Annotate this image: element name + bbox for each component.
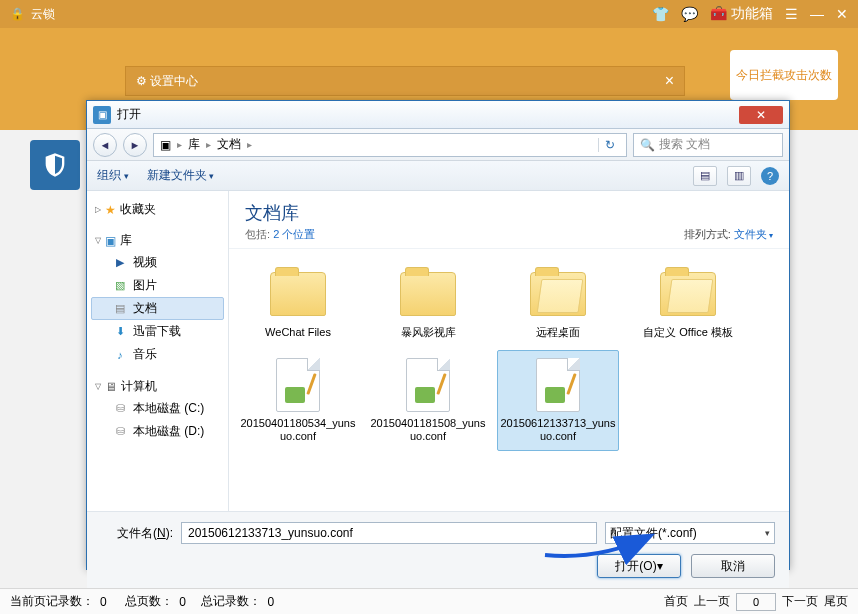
- breadcrumb-current[interactable]: 文档: [217, 136, 241, 153]
- new-folder-button[interactable]: 新建文件夹: [147, 167, 215, 184]
- refresh-button[interactable]: ↻: [598, 138, 620, 152]
- chevron-right-icon: ▸: [247, 139, 252, 150]
- organize-button[interactable]: 组织: [97, 167, 129, 184]
- first-page-link[interactable]: 首页: [664, 593, 688, 610]
- dialog-title: 打开: [117, 106, 141, 123]
- folder-icon: [530, 272, 586, 316]
- chevron-right-icon: ▷: [95, 205, 101, 214]
- item-label: 远程桌面: [536, 326, 580, 339]
- settings-close-button[interactable]: ×: [665, 72, 674, 90]
- view-mode-button[interactable]: ▤: [693, 166, 717, 186]
- dialog-titlebar: ▣ 打开 ✕: [87, 101, 789, 129]
- dialog-footer: 文件名(N): 配置文件(*.conf) 打开(O) ▾ 取消: [87, 511, 789, 588]
- dialog-close-button[interactable]: ✕: [739, 106, 783, 124]
- arrange-dropdown[interactable]: 文件夹: [734, 228, 773, 240]
- tree-label: 视频: [133, 254, 157, 271]
- last-page-link[interactable]: 尾页: [824, 593, 848, 610]
- library-icon: ▣: [105, 234, 116, 248]
- settings-window-titlebar: ⚙ 设置中心 ×: [125, 66, 685, 96]
- tree-item-video[interactable]: ▶视频: [91, 251, 224, 274]
- app-titlebar: 🔒 云锁 👕 💬 🧰 功能箱 ☰ — ✕: [0, 0, 858, 28]
- file-item[interactable]: 20150612133713_yunsuo.conf: [497, 350, 619, 450]
- toolbox-label: 功能箱: [731, 5, 773, 21]
- item-label: 20150401181508_yunsuo.conf: [370, 417, 486, 443]
- tree-label: 迅雷下载: [133, 323, 181, 340]
- tree-item-xunlei[interactable]: ⬇迅雷下载: [91, 320, 224, 343]
- tree-item-pictures[interactable]: ▧图片: [91, 274, 224, 297]
- file-icon: [536, 358, 580, 412]
- prev-page-link[interactable]: 上一页: [694, 593, 730, 610]
- tree-label: 音乐: [133, 346, 157, 363]
- cancel-button[interactable]: 取消: [691, 554, 775, 578]
- search-input[interactable]: 🔍 搜索 文档: [633, 133, 783, 157]
- folder-item[interactable]: WeChat Files: [237, 259, 359, 346]
- preview-pane-button[interactable]: ▥: [727, 166, 751, 186]
- open-button[interactable]: 打开(O) ▾: [597, 554, 681, 578]
- folder-item[interactable]: 自定义 Office 模板: [627, 259, 749, 346]
- dialog-icon: ▣: [93, 106, 111, 124]
- page-input[interactable]: 0: [736, 593, 776, 611]
- status-pages-prefix: 总页数：: [125, 593, 173, 610]
- breadcrumb-root[interactable]: 库: [188, 136, 200, 153]
- toolbox-button[interactable]: 🧰 功能箱: [710, 5, 773, 23]
- breadcrumb[interactable]: ▣ ▸ 库 ▸ 文档 ▸ ↻: [153, 133, 627, 157]
- status-current: 0: [100, 595, 107, 609]
- gear-icon: ⚙: [136, 74, 147, 88]
- file-grid: WeChat Files暴风影视库远程桌面自定义 Office 模板201504…: [229, 249, 789, 511]
- status-total-prefix: 总记录数：: [201, 593, 261, 610]
- music-icon: ♪: [113, 348, 127, 362]
- item-label: 20150401180534_yunsuo.conf: [240, 417, 356, 443]
- tree-label: 图片: [133, 277, 157, 294]
- library-title: 文档库: [245, 201, 315, 225]
- video-icon: ▶: [113, 256, 127, 270]
- next-page-link[interactable]: 下一页: [782, 593, 818, 610]
- status-bar: 当前页记录数：0 总页数：0 总记录数：0 首页 上一页 0 下一页 尾页: [0, 588, 858, 614]
- close-button[interactable]: ✕: [836, 6, 848, 22]
- filename-input[interactable]: [181, 522, 597, 544]
- folder-icon: [270, 272, 326, 316]
- nav-forward-button[interactable]: ►: [123, 133, 147, 157]
- tree-computer[interactable]: ▽ 🖥 计算机: [91, 376, 224, 397]
- nav-tree: ▷ ★ 收藏夹 ▽ ▣ 库 ▶视频 ▧图片 ▤文档 ⬇迅雷下载 ♪音乐: [87, 191, 229, 511]
- file-item[interactable]: 20150401181508_yunsuo.conf: [367, 350, 489, 450]
- help-button[interactable]: ?: [761, 167, 779, 185]
- folder-item[interactable]: 暴风影视库: [367, 259, 489, 346]
- shirt-icon[interactable]: 👕: [652, 6, 669, 22]
- file-icon: [276, 358, 320, 412]
- open-label: 打开(O): [615, 558, 656, 575]
- status-current-prefix: 当前页记录数：: [10, 593, 94, 610]
- star-icon: ★: [105, 203, 116, 217]
- shield-icon: [41, 151, 69, 179]
- drive-icon: ⛁: [113, 425, 127, 439]
- tree-libraries[interactable]: ▽ ▣ 库: [91, 230, 224, 251]
- lock-icon: 🔒: [10, 7, 25, 21]
- folder-item[interactable]: 远程桌面: [497, 259, 619, 346]
- nav-back-button[interactable]: ◄: [93, 133, 117, 157]
- computer-icon: 🖥: [105, 380, 117, 394]
- tree-item-drive-c[interactable]: ⛁本地磁盘 (C:): [91, 397, 224, 420]
- file-item[interactable]: 20150401180534_yunsuo.conf: [237, 350, 359, 450]
- status-pages: 0: [179, 595, 186, 609]
- tree-item-drive-d[interactable]: ⛁本地磁盘 (D:): [91, 420, 224, 443]
- tree-item-documents[interactable]: ▤文档: [91, 297, 224, 320]
- includes-link[interactable]: 2 个位置: [273, 228, 315, 240]
- filetype-dropdown[interactable]: 配置文件(*.conf): [605, 522, 775, 544]
- menu-icon[interactable]: ☰: [785, 6, 798, 22]
- filename-label: 文件名(N):: [101, 525, 173, 542]
- drive-icon: ⛁: [113, 402, 127, 416]
- dialog-nav: ◄ ► ▣ ▸ 库 ▸ 文档 ▸ ↻ 🔍 搜索 文档: [87, 129, 789, 161]
- picture-icon: ▧: [113, 279, 127, 293]
- item-label: 20150612133713_yunsuo.conf: [500, 417, 616, 443]
- open-file-dialog: ▣ 打开 ✕ ◄ ► ▣ ▸ 库 ▸ 文档 ▸ ↻ 🔍 搜索 文档 组织 新建文…: [86, 100, 790, 570]
- tree-item-music[interactable]: ♪音乐: [91, 343, 224, 366]
- item-label: 暴风影视库: [401, 326, 456, 339]
- shield-card[interactable]: [30, 140, 80, 190]
- chat-icon[interactable]: 💬: [681, 6, 698, 22]
- tree-label: 本地磁盘 (C:): [133, 400, 204, 417]
- intercept-label: 今日拦截攻击次数: [736, 67, 832, 84]
- tree-label: 本地磁盘 (D:): [133, 423, 204, 440]
- minimize-button[interactable]: —: [810, 6, 824, 22]
- intercept-card[interactable]: 今日拦截攻击次数: [730, 50, 838, 100]
- dialog-body: ▷ ★ 收藏夹 ▽ ▣ 库 ▶视频 ▧图片 ▤文档 ⬇迅雷下载 ♪音乐: [87, 191, 789, 511]
- tree-favorites[interactable]: ▷ ★ 收藏夹: [91, 199, 224, 220]
